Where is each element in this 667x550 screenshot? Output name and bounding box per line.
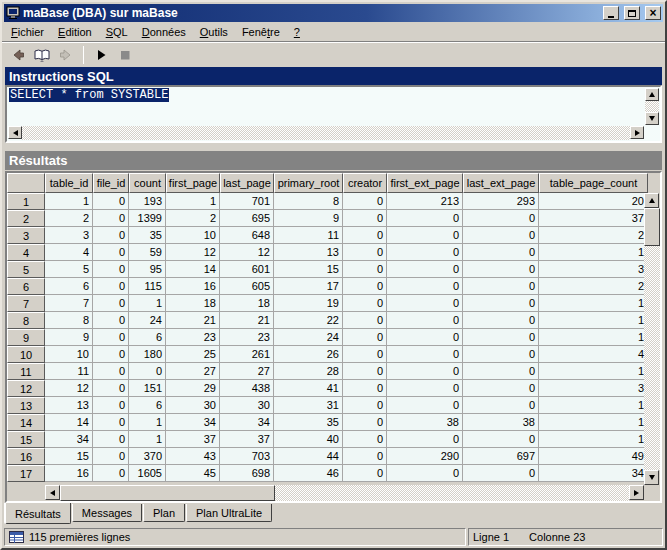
grid-cell[interactable]: 0: [387, 278, 463, 295]
sql-text[interactable]: SELECT * from SYSTABLE: [9, 88, 642, 125]
grid-cell[interactable]: 0: [387, 346, 463, 363]
grid-cell[interactable]: 15: [274, 261, 343, 278]
grid-cell[interactable]: 35: [129, 227, 166, 244]
grid-cell[interactable]: 49: [539, 448, 644, 465]
grid-cell[interactable]: 11: [45, 363, 93, 380]
grid-cell[interactable]: 8: [45, 312, 93, 329]
grid-cell[interactable]: 14: [166, 261, 220, 278]
grid-cell[interactable]: 0: [129, 363, 166, 380]
grid-cell[interactable]: 37: [220, 431, 274, 448]
grid-cell[interactable]: 17: [274, 278, 343, 295]
grid-cell[interactable]: 34: [539, 465, 644, 482]
grid-cell[interactable]: 13: [45, 397, 93, 414]
grid-cell[interactable]: 0: [343, 210, 387, 227]
grid-cell[interactable]: 0: [343, 431, 387, 448]
column-header[interactable]: file_id: [93, 173, 129, 193]
grid-cell[interactable]: 22: [274, 312, 343, 329]
grid-cell[interactable]: 1: [539, 363, 644, 380]
grid-cell[interactable]: 23: [220, 329, 274, 346]
scrollbar-track[interactable]: [275, 485, 629, 501]
grid-cell[interactable]: 0: [463, 346, 539, 363]
grid-cell[interactable]: 44: [274, 448, 343, 465]
close-button[interactable]: ×: [645, 6, 661, 20]
grid-cell[interactable]: 0: [93, 295, 129, 312]
menu-item[interactable]: Outils: [193, 24, 235, 40]
grid-cell[interactable]: 9: [45, 329, 93, 346]
grid-cell[interactable]: 0: [93, 227, 129, 244]
grid-cell[interactable]: 21: [166, 312, 220, 329]
grid-cell[interactable]: 46: [274, 465, 343, 482]
scroll-left-button[interactable]: [8, 126, 22, 139]
next-button[interactable]: [54, 44, 78, 66]
grid-cell[interactable]: 1: [166, 193, 220, 210]
grid-cell[interactable]: 0: [387, 329, 463, 346]
grid-cell[interactable]: 24: [129, 312, 166, 329]
menu-item[interactable]: Fichier: [4, 24, 51, 40]
grid-cell[interactable]: 14: [45, 414, 93, 431]
grid-cell[interactable]: 1: [129, 414, 166, 431]
column-header[interactable]: count: [129, 173, 166, 193]
row-header[interactable]: 17: [7, 465, 45, 482]
grid-cell[interactable]: 43: [166, 448, 220, 465]
scroll-up-button[interactable]: [644, 193, 659, 208]
grid-cell[interactable]: 370: [129, 448, 166, 465]
grid-cell[interactable]: 30: [220, 397, 274, 414]
grid-cell[interactable]: 34: [45, 431, 93, 448]
grid-cell[interactable]: 0: [387, 261, 463, 278]
grid-cell[interactable]: 45: [166, 465, 220, 482]
scrollbar-thumb[interactable]: [644, 208, 660, 246]
grid-cell[interactable]: 28: [274, 363, 343, 380]
grid-cell[interactable]: 6: [45, 278, 93, 295]
grid-cell[interactable]: 19: [274, 295, 343, 312]
scroll-down-button[interactable]: [645, 112, 659, 125]
grid-cell[interactable]: 41: [274, 380, 343, 397]
grid-cell[interactable]: 0: [93, 329, 129, 346]
grid-cell[interactable]: 180: [129, 346, 166, 363]
tab[interactable]: Messages: [72, 504, 142, 522]
grid-cell[interactable]: 648: [220, 227, 274, 244]
grid-cell[interactable]: 0: [343, 465, 387, 482]
grid-cell[interactable]: 3: [539, 261, 644, 278]
menu-item[interactable]: Données: [135, 24, 193, 40]
grid-cell[interactable]: 703: [220, 448, 274, 465]
grid-cell[interactable]: 0: [463, 465, 539, 482]
scroll-up-button[interactable]: [645, 88, 659, 101]
grid-cell[interactable]: 2: [166, 210, 220, 227]
grid-cell[interactable]: 12: [166, 244, 220, 261]
grid-cell[interactable]: 0: [387, 431, 463, 448]
grid-cell[interactable]: 11: [274, 227, 343, 244]
grid-cell[interactable]: 0: [343, 363, 387, 380]
grid-cell[interactable]: 0: [387, 244, 463, 261]
sql-editor-vscrollbar[interactable]: [645, 88, 659, 125]
grid-cell[interactable]: 0: [387, 295, 463, 312]
grid-cell[interactable]: 213: [387, 193, 463, 210]
grid-cell[interactable]: 261: [220, 346, 274, 363]
scroll-left-button[interactable]: [45, 485, 60, 500]
grid-cell[interactable]: 95: [129, 261, 166, 278]
row-header[interactable]: 8: [7, 312, 45, 329]
row-header[interactable]: 3: [7, 227, 45, 244]
grid-cell[interactable]: 23: [166, 329, 220, 346]
grid-cell[interactable]: 0: [387, 210, 463, 227]
grid-cell[interactable]: 0: [463, 210, 539, 227]
grid-cell[interactable]: 0: [387, 227, 463, 244]
row-header[interactable]: 1: [7, 193, 45, 210]
grid-cell[interactable]: 0: [343, 346, 387, 363]
grid-cell[interactable]: 0: [93, 363, 129, 380]
grid-cell[interactable]: 1399: [129, 210, 166, 227]
grid-cell[interactable]: 25: [166, 346, 220, 363]
execute-button[interactable]: [89, 44, 113, 66]
grid-cell[interactable]: 0: [93, 261, 129, 278]
grid-cell[interactable]: 24: [274, 329, 343, 346]
grid-cell[interactable]: 4: [45, 244, 93, 261]
grid-cell[interactable]: 0: [343, 329, 387, 346]
grid-cell[interactable]: 0: [343, 312, 387, 329]
grid-cell[interactable]: 0: [463, 278, 539, 295]
scroll-right-button[interactable]: [629, 485, 644, 500]
grid-cell[interactable]: 8: [274, 193, 343, 210]
grid-cell[interactable]: 1: [129, 295, 166, 312]
grid-cell[interactable]: 16: [45, 465, 93, 482]
grid-cell[interactable]: 438: [220, 380, 274, 397]
menu-item[interactable]: Edition: [51, 24, 99, 40]
grid-cell[interactable]: 0: [387, 465, 463, 482]
